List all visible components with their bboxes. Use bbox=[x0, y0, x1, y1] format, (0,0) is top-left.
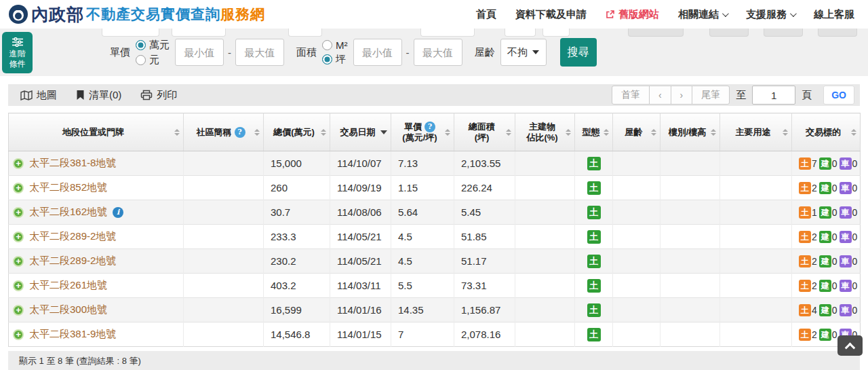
nav-item-downloads[interactable]: 資料下載及申請 bbox=[515, 8, 587, 21]
radio-label: 坪 bbox=[336, 53, 346, 66]
target-count-land: 2 bbox=[812, 183, 817, 193]
unit-price-radio-group: 萬元元 bbox=[136, 39, 170, 67]
cell-usage bbox=[720, 298, 792, 322]
address-link[interactable]: 太平二段289-2地號 bbox=[29, 230, 116, 243]
target-badge-building: 建 bbox=[819, 182, 831, 194]
table-row: +太平二段289-2地號230.2114/05/214.551.17土土2建0車… bbox=[9, 249, 861, 274]
cutoff-field bbox=[420, 29, 475, 37]
unit-price-min-input[interactable] bbox=[175, 39, 224, 66]
cell-ratio bbox=[515, 176, 575, 200]
last-page-button[interactable]: 尾筆 bbox=[692, 86, 730, 105]
column-header-total-price[interactable]: 總價(萬元) bbox=[264, 113, 330, 151]
advanced-tab-label-line1: 進階 bbox=[9, 49, 26, 58]
column-header-floor[interactable]: 樓別/樓高 bbox=[660, 113, 720, 151]
cell-target: 土7建0車0 bbox=[792, 151, 861, 176]
address-link[interactable]: 太平二段162地號 bbox=[29, 206, 107, 219]
list-button[interactable]: 清單(0) bbox=[76, 89, 121, 102]
advanced-filter-tab[interactable]: 進階 條件 bbox=[2, 32, 33, 73]
column-header-usage[interactable]: 主要用途 bbox=[720, 113, 792, 151]
nav-item-online-service[interactable]: 線上客服 bbox=[814, 8, 854, 21]
prev-page-button[interactable]: ‹ bbox=[649, 86, 671, 105]
expand-row-icon[interactable]: + bbox=[13, 207, 24, 218]
table-row: +太平二段289-2地號233.3114/05/214.551.85土土2建0車… bbox=[9, 225, 861, 249]
table-row: +太平二段162地號i30.7114/08/065.645.45土土1建0車0 bbox=[9, 200, 861, 225]
expand-row-icon[interactable]: + bbox=[13, 329, 24, 340]
cell-type: 土 bbox=[575, 200, 613, 225]
column-header-type[interactable]: 型態 bbox=[575, 113, 613, 151]
radio-unit-price-option-0[interactable]: 萬元 bbox=[136, 39, 170, 52]
radio-area-option-0[interactable]: M² bbox=[322, 39, 348, 51]
cell-ratio bbox=[515, 274, 575, 298]
radio-area-option-1[interactable]: 坪 bbox=[322, 53, 348, 66]
expand-row-icon[interactable]: + bbox=[13, 158, 24, 169]
area-max-input[interactable] bbox=[414, 39, 462, 66]
address-link[interactable]: 太平二段289-2地號 bbox=[29, 255, 116, 267]
print-button[interactable]: 列印 bbox=[140, 89, 177, 102]
nav-item-old-site[interactable]: 舊版網站 bbox=[606, 8, 659, 21]
column-header-address[interactable]: 地段位置或門牌 bbox=[9, 113, 184, 151]
map-icon bbox=[20, 90, 33, 100]
column-header-age[interactable]: 屋齡 bbox=[613, 113, 660, 151]
cell-type: 土 bbox=[575, 249, 613, 274]
table-row: +太平二段381-9地號14,546.8114/01/1572,078.16土土… bbox=[9, 322, 861, 347]
house-age-select[interactable]: 不拘 bbox=[500, 39, 547, 66]
map-view-button[interactable]: 地圖 bbox=[20, 89, 57, 102]
expand-row-icon[interactable]: + bbox=[13, 305, 24, 316]
next-page-button[interactable]: › bbox=[671, 86, 693, 105]
column-header-unit-price[interactable]: 單價?(萬元/坪) bbox=[391, 113, 454, 151]
column-header-ratio[interactable]: 主建物佔比(%) bbox=[515, 113, 575, 151]
column-header-area[interactable]: 總面積(坪) bbox=[454, 113, 515, 151]
area-label: 面積 bbox=[296, 46, 317, 59]
target-badge-land: 土 bbox=[799, 231, 811, 243]
site-logo[interactable]: 內政部 不動產交易實價查詢 服務網 bbox=[8, 3, 265, 26]
type-badge-land: 土 bbox=[587, 181, 601, 195]
address-link[interactable]: 太平二段300地號 bbox=[29, 303, 107, 316]
target-count-parking: 0 bbox=[852, 207, 858, 218]
address-link[interactable]: 太平二段261地號 bbox=[29, 279, 107, 292]
cell-date: 114/10/07 bbox=[330, 151, 391, 176]
cutoff-button bbox=[764, 29, 803, 37]
cell-target: 土2建0車0 bbox=[792, 249, 861, 274]
search-button[interactable]: 搜尋 bbox=[560, 38, 597, 67]
cell-ratio bbox=[515, 151, 575, 176]
address-link[interactable]: 太平二段381-8地號 bbox=[29, 157, 116, 170]
back-to-top-button[interactable] bbox=[837, 335, 863, 356]
cell-unit-price: 1.15 bbox=[391, 176, 454, 200]
help-icon[interactable]: ? bbox=[425, 122, 435, 132]
cell-unit-price: 4.5 bbox=[391, 225, 454, 249]
expand-row-icon[interactable]: + bbox=[13, 232, 24, 242]
range-dash: - bbox=[406, 47, 410, 58]
cell-unit-price: 7.13 bbox=[391, 151, 454, 176]
nav-item-home[interactable]: 首頁 bbox=[476, 8, 496, 21]
target-count-parking: 0 bbox=[852, 280, 858, 291]
radio-label: M² bbox=[336, 39, 348, 51]
unit-price-max-input[interactable] bbox=[235, 39, 284, 66]
first-page-button[interactable]: 首筆 bbox=[612, 86, 650, 105]
area-min-input[interactable] bbox=[353, 39, 402, 66]
cell-age bbox=[613, 274, 660, 298]
target-count-land: 7 bbox=[812, 158, 817, 169]
target-badge-land: 土 bbox=[799, 158, 811, 170]
cell-community bbox=[184, 225, 264, 249]
expand-row-icon[interactable]: + bbox=[13, 280, 24, 291]
address-link[interactable]: 太平二段852地號 bbox=[29, 181, 107, 194]
cell-ratio bbox=[515, 298, 575, 322]
expand-row-icon[interactable]: + bbox=[13, 183, 24, 193]
target-badge-land: 土 bbox=[799, 329, 811, 341]
go-button[interactable]: GO bbox=[823, 86, 854, 105]
logo-title-text: 不動產交易實價查詢 bbox=[86, 5, 220, 24]
nav-item-related-links[interactable]: 相關連結 bbox=[678, 8, 727, 21]
type-badge-land: 土 bbox=[587, 157, 601, 170]
radio-unit-price-option-1[interactable]: 元 bbox=[136, 54, 170, 67]
column-header-target[interactable]: 交易標的 bbox=[792, 113, 861, 151]
nav-item-support[interactable]: 支援服務 bbox=[746, 8, 795, 21]
expand-row-icon[interactable]: + bbox=[13, 256, 24, 267]
help-icon[interactable]: ? bbox=[235, 127, 245, 138]
column-header-date[interactable]: 交易日期 bbox=[330, 113, 391, 151]
cell-usage bbox=[720, 249, 792, 274]
address-link[interactable]: 太平二段381-9地號 bbox=[29, 328, 116, 341]
info-icon[interactable]: i bbox=[113, 207, 123, 218]
radio-icon bbox=[136, 40, 146, 50]
page-number-input[interactable] bbox=[752, 86, 795, 105]
column-header-community[interactable]: 社區簡稱? bbox=[184, 113, 264, 151]
